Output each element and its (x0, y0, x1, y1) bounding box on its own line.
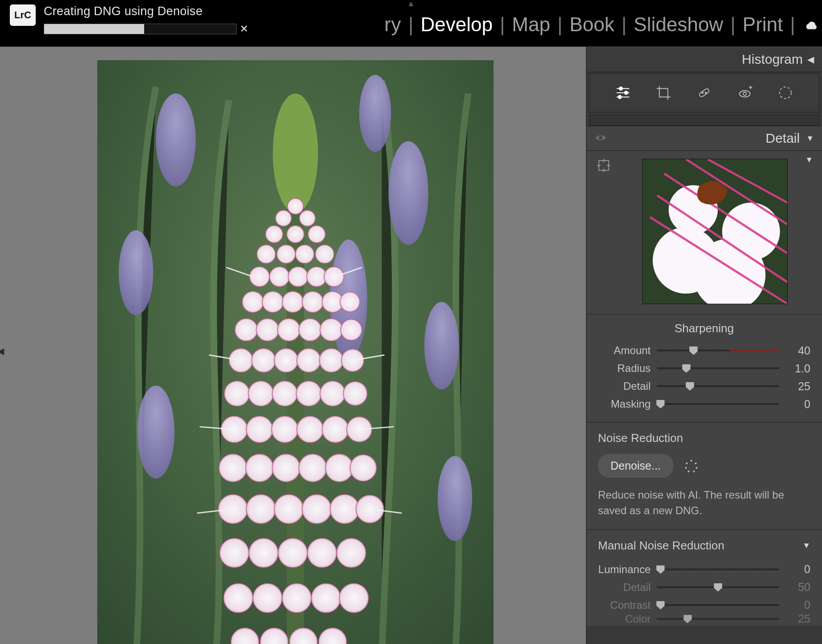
svg-point-15 (308, 226, 325, 243)
svg-point-39 (274, 348, 298, 372)
slider-track[interactable] (657, 614, 779, 624)
slider-value[interactable]: 25 (785, 380, 810, 393)
preview-toggle-icon[interactable] (594, 132, 607, 144)
slider-track[interactable] (657, 582, 779, 593)
detail-section-header[interactable]: Detail ▼ (586, 126, 822, 151)
cloud-sync-icon[interactable] (804, 21, 818, 31)
svg-point-24 (324, 267, 344, 287)
tool-strip (589, 73, 819, 112)
crop-tool-button[interactable] (654, 83, 673, 103)
svg-point-50 (246, 416, 273, 443)
canvas-area[interactable]: ◀ (0, 46, 586, 644)
svg-point-41 (320, 348, 344, 372)
svg-point-52 (297, 416, 324, 443)
spinner-icon (685, 460, 697, 472)
sharpening-amount-row: Amount40 (598, 342, 810, 359)
slider-thumb[interactable] (689, 346, 698, 355)
svg-point-74 (282, 583, 311, 613)
denoise-button[interactable]: Denoise... (598, 454, 673, 478)
edit-tool-button[interactable] (613, 83, 633, 103)
tab-library-clipped[interactable]: ry (382, 13, 403, 36)
svg-rect-87 (699, 88, 710, 97)
tab-print[interactable]: Print (741, 13, 785, 36)
slider-value[interactable]: 50 (785, 581, 810, 594)
slider-track[interactable] (657, 345, 779, 356)
detail-preview-thumb[interactable] (642, 159, 788, 304)
redeye-tool-button[interactable] (735, 83, 755, 103)
detail-label: Detail (765, 131, 800, 146)
svg-point-19 (316, 245, 334, 264)
slider-value[interactable]: 1.0 (785, 362, 810, 375)
collapse-top-icon[interactable]: ▲ (407, 0, 415, 8)
slider-thumb[interactable] (656, 601, 665, 610)
slider-thumb[interactable] (656, 400, 665, 409)
svg-point-84 (625, 91, 628, 94)
svg-point-64 (302, 495, 332, 524)
right-panel: Histogram ◀ (586, 46, 822, 644)
svg-point-31 (235, 318, 258, 341)
histogram-label: Histogram (742, 52, 803, 67)
slider-thumb[interactable] (683, 615, 692, 623)
svg-point-11 (275, 210, 291, 226)
app-icon: LrC (10, 4, 36, 26)
mask-tool-button[interactable] (776, 83, 795, 103)
top-bar: ▲ LrC Creating DNG using Denoise ry | De… (0, 0, 822, 46)
left-panel-handle-icon[interactable]: ◀ (0, 346, 4, 356)
slider-track[interactable] (657, 399, 779, 409)
eye-plus-icon (736, 84, 753, 101)
svg-point-17 (277, 245, 295, 264)
slider-thumb[interactable] (682, 364, 691, 373)
svg-point-10 (287, 198, 303, 215)
slider-track[interactable] (657, 381, 779, 392)
svg-point-56 (245, 454, 274, 482)
sharpening-radius-row: Radius1.0 (598, 359, 810, 377)
slider-value[interactable]: 25 (785, 614, 810, 624)
slider-value[interactable]: 0 (785, 398, 810, 411)
manual-nr-title: Manual Noise Reduction (598, 539, 724, 553)
svg-point-34 (299, 318, 321, 341)
svg-point-38 (252, 348, 276, 372)
svg-point-44 (248, 381, 274, 406)
circle-dashed-icon (777, 84, 794, 101)
svg-point-21 (270, 267, 290, 287)
module-tabs: ry | Develop | Map | Book | Slideshow | … (382, 13, 818, 36)
slider-track[interactable] (657, 600, 779, 611)
chevron-down-icon[interactable]: ▼ (802, 541, 810, 550)
svg-point-9 (273, 93, 318, 213)
histogram-header[interactable]: Histogram ◀ (586, 46, 822, 72)
svg-point-13 (266, 226, 283, 243)
heal-tool-button[interactable] (694, 83, 714, 103)
tab-develop[interactable]: Develop (419, 13, 494, 36)
slider-track[interactable] (657, 363, 779, 374)
svg-point-102 (722, 202, 780, 260)
svg-point-46 (296, 381, 321, 406)
tab-map[interactable]: Map (510, 13, 552, 36)
svg-point-71 (336, 538, 366, 568)
manual-nr-luminance-row: Luminance0 (598, 561, 810, 578)
slider-value[interactable]: 0 (785, 599, 810, 611)
preset-strip[interactable] (589, 115, 819, 126)
slider-value[interactable]: 0 (785, 563, 810, 576)
cancel-task-button[interactable] (240, 25, 249, 33)
svg-point-91 (743, 92, 746, 95)
svg-point-76 (339, 583, 369, 613)
noise-reduction-panel: Noise Reduction Denoise... Reduce noise … (586, 422, 822, 529)
svg-point-26 (262, 291, 284, 313)
tab-slideshow[interactable]: Slideshow (632, 13, 725, 36)
noise-reduction-desc: Reduce noise with AI. The result will be… (598, 487, 810, 519)
tab-book[interactable]: Book (568, 13, 616, 36)
target-picker-button[interactable] (597, 159, 610, 175)
slider-track[interactable] (657, 564, 779, 575)
slider-value[interactable]: 40 (785, 344, 810, 357)
svg-point-69 (278, 538, 307, 568)
slider-thumb[interactable] (685, 382, 694, 391)
svg-point-89 (705, 92, 706, 93)
svg-point-48 (343, 382, 367, 406)
sharpening-panel: Sharpening Amount40Radius1.0Detail25Mask… (586, 314, 822, 422)
slider-thumb[interactable] (656, 565, 665, 574)
svg-point-68 (249, 538, 278, 568)
main-photo[interactable]: // no-op placeholder (kept static below) (97, 60, 494, 644)
slider-thumb[interactable] (714, 583, 722, 592)
svg-point-32 (256, 318, 279, 341)
chevron-down-icon[interactable]: ▼ (805, 155, 813, 165)
